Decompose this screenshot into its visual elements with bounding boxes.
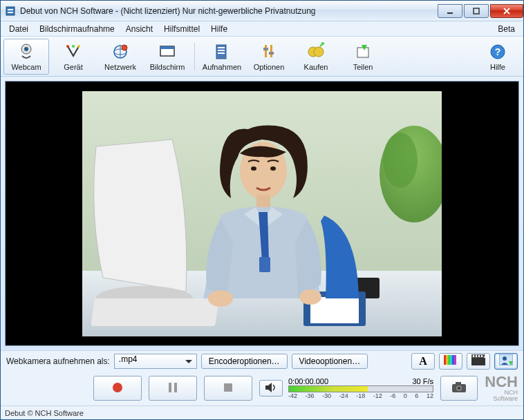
svg-point-12 — [122, 45, 127, 50]
toolbar-teilen[interactable]: Teilen — [340, 39, 386, 75]
help-icon: ? — [488, 42, 507, 61]
device-icon — [64, 42, 83, 61]
record-icon — [111, 381, 124, 396]
recordings-icon — [212, 42, 232, 61]
status-text: Debut © NCH Software — [5, 409, 84, 417]
encoder-options-button[interactable]: Encoderoptionen… — [201, 354, 288, 369]
fps-value: 30 F/s — [412, 377, 433, 385]
svg-rect-55 — [481, 355, 483, 357]
svg-rect-51 — [471, 358, 485, 365]
titlebar: Debut von NCH Software - (Nicht lizenzie… — [1, 1, 523, 21]
audio-mute-button[interactable] — [259, 380, 283, 397]
toolbar-kaufen[interactable]: Kaufen — [293, 39, 339, 75]
nch-logo-big: NCH — [485, 374, 518, 390]
minimize-button[interactable] — [438, 4, 462, 18]
svg-rect-52 — [473, 355, 474, 357]
svg-rect-22 — [269, 52, 274, 55]
toolbar-webcam-label: Webcam — [11, 63, 41, 71]
timestamp: 0:00:00.000 — [288, 377, 328, 385]
svg-rect-60 — [174, 383, 177, 392]
controls-row: 0:00:00.000 30 F/s -42 -36 -30 -24 -18 -… — [1, 371, 523, 405]
svg-rect-63 — [456, 382, 461, 385]
toolbar-hilfe[interactable]: ? Hilfe — [475, 39, 521, 75]
camera-icon — [451, 382, 467, 395]
text-icon: A — [419, 355, 427, 368]
menu-bildschirmaufnahme[interactable]: Bildschirmaufnahme — [34, 22, 120, 36]
svg-rect-45 — [444, 355, 446, 365]
svg-point-57 — [503, 356, 507, 361]
svg-rect-16 — [218, 47, 225, 48]
svg-rect-3 — [447, 12, 453, 14]
svg-rect-18 — [218, 52, 225, 54]
webcam-icon — [17, 42, 36, 61]
maximize-button[interactable] — [464, 4, 489, 18]
options-icon — [259, 42, 279, 61]
menu-beta[interactable]: Beta — [492, 22, 521, 36]
menu-hilfsmittel[interactable]: Hilfsmittel — [158, 22, 205, 36]
pause-button[interactable] — [149, 376, 197, 401]
screen-icon — [158, 42, 177, 61]
toolbar-bildschirm[interactable]: Bildschirm — [144, 39, 190, 75]
svg-rect-4 — [474, 8, 479, 14]
meter-ticks: -42 -36 -30 -24 -18 -12 -6 0 6 12 — [288, 392, 433, 399]
svg-point-65 — [458, 387, 460, 390]
svg-rect-2 — [8, 12, 13, 13]
menu-datei[interactable]: Datei — [3, 22, 34, 36]
menubar: Datei Bildschirmaufnahme Ansicht Hilfsmi… — [1, 21, 523, 37]
app-window: Debut von NCH Software - (Nicht lizenzie… — [0, 0, 524, 420]
toolbar-aufnahmen-label: Aufnahmen — [203, 63, 241, 71]
options-row: Webkamera aufnehmen als: .mp4 Encoderopt… — [1, 350, 523, 371]
preview-area — [5, 81, 519, 346]
app-icon — [5, 6, 16, 17]
network-icon — [111, 42, 130, 61]
toolbar-webcam[interactable]: Webcam — [3, 39, 49, 75]
record-button[interactable] — [93, 376, 142, 401]
svg-rect-21 — [263, 48, 268, 50]
toolbar-optionen-label: Optionen — [254, 63, 285, 71]
toolbar-teilen-label: Teilen — [353, 63, 373, 71]
toolbar: Webcam Gerät Netzwerk Bildschirm Aufnahm… — [1, 37, 523, 77]
svg-rect-61 — [224, 383, 232, 392]
toolbar-kaufen-label: Kaufen — [304, 63, 328, 71]
svg-point-43 — [208, 290, 233, 307]
nch-logo: NCH NCH Software — [485, 374, 518, 402]
svg-rect-20 — [270, 45, 272, 57]
svg-point-9 — [77, 45, 80, 48]
svg-rect-41 — [256, 195, 270, 209]
svg-rect-50 — [454, 355, 456, 365]
svg-point-44 — [299, 289, 321, 305]
svg-point-8 — [72, 45, 75, 48]
svg-rect-47 — [448, 355, 450, 365]
svg-rect-46 — [446, 355, 448, 365]
watermark-button[interactable] — [494, 353, 518, 370]
color-adjust-button[interactable] — [439, 353, 462, 370]
menu-ansicht[interactable]: Ansicht — [120, 22, 158, 36]
toolbar-netzwerk[interactable]: Netzwerk — [97, 39, 143, 75]
stop-button[interactable] — [204, 376, 252, 401]
svg-rect-42 — [259, 257, 270, 272]
toolbar-geraet[interactable]: Gerät — [50, 39, 96, 75]
effects-button[interactable] — [467, 353, 490, 370]
pause-icon — [167, 382, 178, 395]
svg-rect-17 — [218, 50, 225, 51]
share-icon — [353, 42, 373, 61]
close-button[interactable] — [490, 4, 523, 18]
window-title: Debut von NCH Software - (Nicht lizenzie… — [20, 6, 438, 16]
video-options-button[interactable]: Videooptionen… — [292, 354, 368, 369]
svg-rect-26 — [357, 48, 368, 57]
toolbar-bildschirm-label: Bildschirm — [150, 63, 185, 71]
menu-hilfe[interactable]: Hilfe — [205, 22, 233, 36]
svg-point-39 — [251, 166, 256, 171]
format-select[interactable]: .mp4 — [114, 354, 197, 369]
svg-point-24 — [314, 47, 324, 57]
svg-rect-0 — [6, 7, 15, 15]
toolbar-aufnahmen[interactable]: Aufnahmen — [199, 39, 245, 75]
toolbar-optionen[interactable]: Optionen — [246, 39, 292, 75]
snapshot-button[interactable] — [440, 376, 478, 401]
svg-point-25 — [321, 42, 324, 45]
speaker-icon — [265, 383, 277, 394]
svg-point-40 — [270, 166, 276, 171]
svg-point-58 — [113, 383, 122, 392]
svg-rect-53 — [476, 355, 477, 357]
text-overlay-button[interactable]: A — [411, 353, 435, 370]
